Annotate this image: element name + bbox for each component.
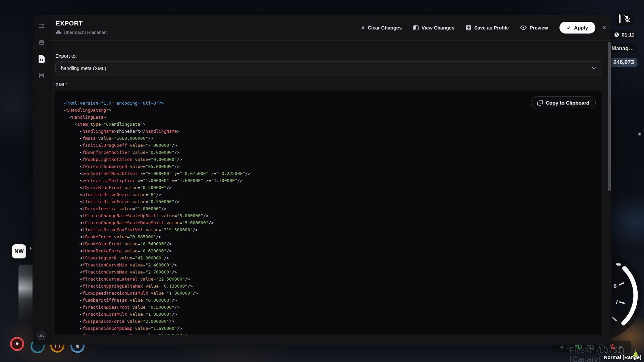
voice-range-label: Normal [Range] [604, 354, 641, 360]
arrow-left-icon: ◀ [559, 344, 564, 349]
check-icon: ✓ [567, 25, 571, 31]
xml-code-block[interactable]: <?xml version="1.0" encoding="utf-8"?><C… [55, 90, 602, 335]
copy-icon [537, 100, 543, 106]
car-photo-thumbnail [18, 265, 33, 321]
export-format-value: handling.meta (XML) [61, 66, 106, 71]
view-changes-button[interactable]: View Changes [413, 25, 454, 31]
dialog-body: Export to: handling.meta (XML) XML: <?xm… [55, 40, 602, 345]
save-download-icon [466, 25, 471, 31]
notification-app-badge: NW [12, 244, 26, 258]
engine-warning-icon [615, 262, 621, 266]
health-status-icon: ♥ [10, 337, 24, 351]
eye-icon [520, 25, 527, 30]
gauge-number-7: 7 [615, 299, 618, 305]
job-label: Manag… [611, 46, 634, 52]
preview-button[interactable]: Preview [520, 25, 548, 31]
mic-muted-icon [624, 15, 631, 23]
page-title: EXPORT [56, 20, 83, 27]
save-as-profile-button[interactable]: Save as Profile [466, 25, 509, 31]
voice-level-bar-icon [619, 14, 621, 23]
copy-to-clipboard-button[interactable]: Copy to Clipboard [531, 96, 596, 109]
dialog-sidebar: JG [33, 15, 51, 345]
save-profiles-icon[interactable] [38, 72, 45, 79]
xml-code: <?xml version="1.0" encoding="utf-8"?><C… [64, 100, 602, 335]
cosmetics-smiley-icon[interactable] [38, 39, 45, 46]
export-format-select[interactable]: handling.meta (XML) [55, 61, 602, 75]
clock-icon [614, 32, 619, 37]
notification-subtitle-fragment: L [30, 252, 32, 257]
export-dialog: JG EXPORT Übermacht Rhinehart × Clear Ch… [33, 15, 611, 345]
export-to-label: Export to: [55, 53, 77, 59]
clear-x-icon: × [361, 24, 365, 31]
gauge-number-6: 6 [613, 283, 616, 290]
close-icon[interactable]: × [602, 24, 606, 32]
vehicle-name: Übermacht Rhinehart [64, 30, 107, 35]
dialog-scrollbar[interactable] [608, 42, 611, 191]
tuning-sliders-icon[interactable] [38, 22, 45, 30]
dialog-header: EXPORT Übermacht Rhinehart × Clear Chang… [51, 15, 611, 41]
split-panel-icon [413, 25, 419, 31]
notification-title-fragment: F [30, 246, 32, 251]
heart-icon: ♥ [15, 341, 19, 347]
avatar: JG [37, 331, 46, 340]
car-icon [56, 30, 61, 35]
clock-time: 01:11 [622, 32, 634, 38]
water-drop-icon [76, 344, 79, 348]
export-file-code-icon[interactable] [38, 55, 45, 63]
xml-label: XML: [55, 81, 67, 87]
clear-changes-button[interactable]: × Clear Changes [361, 24, 401, 31]
apply-button[interactable]: ✓ Apply [559, 22, 595, 34]
voice-indicator [615, 11, 635, 26]
money-value: 246,073 [613, 59, 634, 66]
chevron-down-icon [592, 67, 596, 70]
